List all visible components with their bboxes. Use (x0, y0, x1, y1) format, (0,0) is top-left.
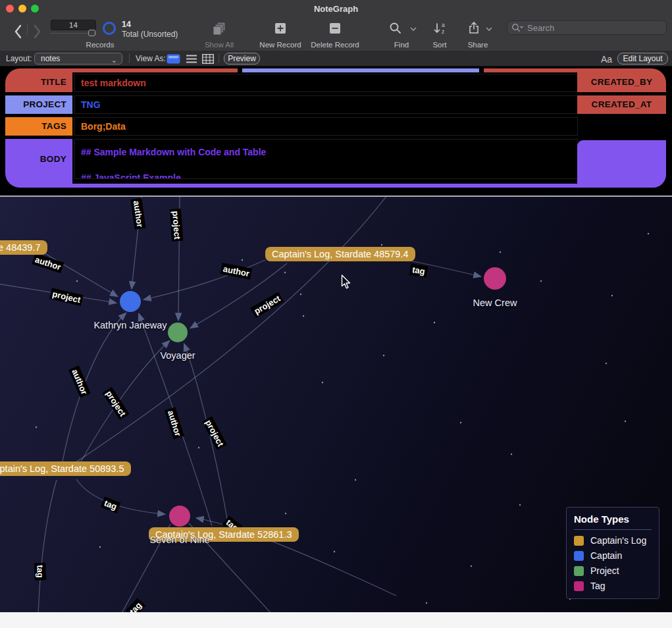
legend-item: Captain (574, 550, 652, 561)
star (284, 272, 286, 273)
field-value-title[interactable]: test markdown (74, 74, 578, 92)
divider (219, 53, 219, 63)
star (381, 244, 382, 246)
legend-item-label: Tag (590, 581, 606, 591)
star (511, 454, 512, 455)
graph-node-label: New Crew (473, 298, 517, 308)
star (540, 280, 542, 282)
layout-label: Layout: (6, 54, 32, 63)
layout-popup-select[interactable]: notes ⌄ (34, 53, 122, 65)
record-detail-view: TITLE test markdown PROJECT TNG TAGS Bor… (0, 66, 672, 196)
formatting-bar-icon[interactable]: Aa (601, 54, 612, 65)
body-markdown-line: ## Sample Markdown with Code and Table (81, 147, 577, 157)
found-count: 14 (122, 20, 131, 29)
view-as-label: View As: (136, 54, 166, 63)
star (334, 551, 335, 552)
star (519, 504, 521, 506)
star (198, 447, 199, 448)
star (500, 251, 501, 253)
show-all-button[interactable]: Show All (205, 41, 234, 49)
star (611, 295, 613, 296)
star (300, 294, 301, 295)
star (285, 513, 286, 514)
star (303, 315, 304, 317)
share-button[interactable]: Share (468, 41, 488, 49)
new-record-icon[interactable] (274, 22, 286, 34)
star (383, 355, 384, 356)
chevron-down-icon: ⌄ (111, 55, 117, 65)
record-slider-thumb[interactable] (88, 30, 95, 36)
captains-log-node-label[interactable]: Captain's Log, Stardate 50893.5 (0, 461, 131, 476)
field-value-project[interactable]: TNG (74, 95, 578, 114)
app-window: NoteGraph 14 14 Total (Unsorted) Records… (0, 0, 672, 628)
layout-bar: Layout: notes ⌄ View As: Preview Aa Edit… (0, 51, 672, 66)
share-options-chevron-icon[interactable] (485, 26, 493, 32)
records-group-label: Records (86, 41, 115, 49)
toolbar: 14 14 Total (Unsorted) Records Show All … (0, 18, 672, 51)
graph-edge (38, 480, 57, 612)
star (36, 427, 37, 428)
sort-icon[interactable]: a z (433, 22, 448, 35)
search-field-wrap (507, 20, 667, 35)
sort-button[interactable]: Sort (432, 41, 446, 49)
graph-node-label: Kathryn Janeway (93, 320, 167, 330)
lcars-bar-blue (242, 68, 479, 72)
delete-record-icon[interactable] (329, 22, 341, 34)
star (322, 382, 323, 383)
back-record-button[interactable] (13, 23, 24, 40)
field-value-tags[interactable]: Borg;Data (74, 117, 578, 136)
legend-swatch-icon (574, 566, 584, 576)
node-types-legend: Node Types Captain's LogCaptainProjectTa… (566, 507, 659, 599)
delete-record-button[interactable]: Delete Record (311, 41, 359, 49)
lcars-bar-purple-bottom (72, 184, 578, 188)
legend-swatch-icon (574, 551, 584, 561)
field-label-created-at: CREATED_AT (577, 95, 666, 114)
graph-webviewer[interactable]: Kathryn JanewayVoyagerNew CrewSeven of N… (0, 196, 672, 612)
graph-edge (63, 197, 387, 471)
current-record-input[interactable]: 14 (51, 20, 96, 30)
captains-log-node-label[interactable]: Captain's Log, Stardate 48439.7 (0, 240, 47, 255)
star (434, 322, 435, 323)
field-label-project: PROJECT (5, 95, 72, 114)
mouse-cursor (341, 275, 352, 290)
star (355, 479, 356, 481)
legend-item: Project (574, 565, 652, 576)
svg-text:z: z (442, 28, 444, 35)
field-value-body[interactable]: ## Sample Markdown with Code and Table #… (74, 139, 578, 179)
new-record-button[interactable]: New Record (259, 41, 301, 49)
graph-node-label: Seven of Nine (149, 535, 209, 545)
graph-node[interactable] (169, 506, 190, 527)
graph-edge (76, 479, 165, 514)
star (460, 422, 461, 423)
graph-node[interactable] (168, 323, 188, 342)
divider (129, 53, 130, 63)
table-view-button[interactable] (202, 54, 214, 64)
search-input[interactable] (507, 20, 667, 35)
legend-title: Node Types (574, 513, 652, 525)
graph-edge (144, 260, 265, 300)
legend-item: Tag (574, 581, 652, 591)
graph-node[interactable] (120, 291, 141, 312)
list-view-button[interactable] (186, 54, 197, 64)
find-options-chevron-icon[interactable] (409, 26, 417, 32)
layout-popup-value: notes (41, 54, 60, 63)
legend-item-label: Project (590, 565, 619, 576)
search-icon (511, 23, 525, 32)
edit-layout-button[interactable]: Edit Layout (617, 53, 668, 65)
graph-node[interactable] (484, 267, 506, 290)
find-button[interactable]: Find (394, 41, 409, 49)
field-label-created-by: CREATED_BY (577, 68, 666, 92)
preview-button[interactable]: Preview (224, 53, 260, 65)
forward-record-button[interactable] (32, 23, 42, 40)
form-view-button[interactable] (167, 54, 180, 64)
show-all-icon[interactable] (212, 22, 226, 36)
found-set-pie-icon[interactable] (103, 22, 116, 35)
share-icon[interactable] (467, 21, 480, 35)
nav-divider (27, 24, 28, 36)
legend-item-label: Captain (590, 550, 622, 561)
star (471, 565, 472, 567)
find-icon[interactable] (389, 22, 402, 35)
graph-edge-label: tag (34, 563, 46, 580)
star (426, 602, 427, 604)
captains-log-node-label[interactable]: Captain's Log, Stardate 48579.4 (265, 247, 415, 261)
